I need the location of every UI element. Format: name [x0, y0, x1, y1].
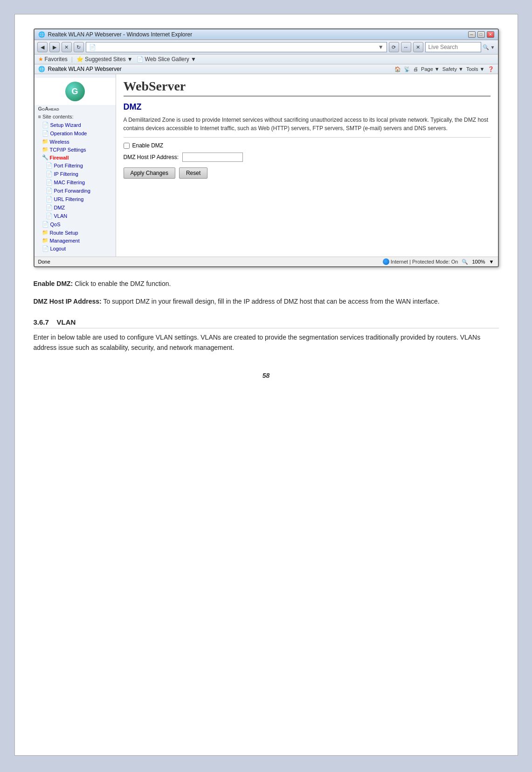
browser-content: G GoAhead ≡ Site contents: 📄 Setup Wizar…	[35, 74, 498, 257]
logo-circle: G	[65, 82, 85, 101]
tools-menu-button[interactable]: Tools ▼	[466, 66, 485, 72]
doc-icon: 📄	[46, 204, 53, 211]
forward-button[interactable]: ▶	[49, 42, 60, 52]
page-menu-button[interactable]: Page ▼	[421, 66, 440, 72]
page-number: 58	[34, 372, 499, 379]
suggested-label[interactable]: Suggested Sites ▼	[85, 56, 133, 63]
browser-controls: ─ □ ✕	[468, 31, 494, 38]
browser-title-text: Realtek WLAN AP Webserver - Windows Inte…	[48, 31, 193, 38]
safety-menu-button[interactable]: Safety ▼	[442, 66, 463, 72]
search-input[interactable]	[425, 42, 481, 52]
favorites-label[interactable]: Favorites	[45, 56, 68, 63]
go-button[interactable]: ▼	[378, 44, 384, 50]
sidebar-item-wireless[interactable]: 📁 Wireless	[35, 138, 116, 146]
doc-enable-dmz: Enable DMZ: Click to enable the DMZ func…	[34, 278, 499, 289]
sidebar-item-tcpip[interactable]: 📁 TCP/IP Settings	[35, 146, 116, 153]
browser-title: 🌐 Realtek WLAN AP Webserver - Windows In…	[38, 31, 193, 38]
internet-status: Internet | Protected Mode: On	[391, 259, 458, 264]
doc-icon: 📄	[46, 196, 53, 202]
browser-titlebar: 🌐 Realtek WLAN AP Webserver - Windows In…	[35, 29, 498, 40]
search-icon: 🔍	[483, 44, 489, 50]
page-favicon: 🌐	[38, 66, 45, 72]
sidebar-item-firewall[interactable]: 🔧 Firewall	[35, 153, 116, 161]
sidebar-item-vlan[interactable]: 📄 VLAN	[35, 212, 116, 220]
help-button[interactable]: ❓	[488, 66, 494, 72]
search-dropdown[interactable]: ▼	[491, 45, 495, 50]
nav-extra-button[interactable]: ↔	[401, 42, 411, 52]
refresh-button[interactable]: ↻	[74, 42, 84, 52]
sidebar-section-label: ≡ Site contents:	[35, 112, 116, 121]
list-icon: ≡	[38, 114, 41, 119]
print-icon[interactable]: 🖨	[413, 66, 418, 72]
sidebar-item-logout[interactable]: 📄 Logout	[35, 244, 116, 253]
enable-dmz-row: Enable DMZ	[124, 142, 491, 149]
folder-icon: 📁	[42, 146, 48, 153]
sidebar-item-port-filtering[interactable]: 📄 Port Filtering	[35, 161, 116, 170]
sidebar-item-dmz[interactable]: 📄 DMZ	[35, 203, 116, 212]
action-row: Apply Changes Reset	[124, 167, 491, 179]
sidebar-item-route-setup[interactable]: 📁 Route Setup	[35, 229, 116, 236]
doc-icon: 📄	[46, 188, 53, 194]
web-slice-icon: 📄	[137, 56, 144, 63]
minimize-button[interactable]: ─	[468, 31, 476, 38]
folder-icon: 📁	[42, 139, 48, 145]
apply-changes-button[interactable]: Apply Changes	[124, 167, 175, 179]
separator: |	[71, 56, 73, 63]
favorites-button[interactable]: ★ Favorites	[38, 56, 68, 63]
dmz-host-ip-label: DMZ Host IP Address:	[124, 154, 179, 160]
sidebar-item-setup-wizard[interactable]: 📄 Setup Wizard	[35, 121, 116, 129]
page-container: 🌐 Realtek WLAN AP Webserver - Windows In…	[14, 14, 518, 756]
favorites-bar: ★ Favorites | ⭐ Suggested Sites ▼ 📄 Web …	[35, 55, 498, 64]
dmz-ip-row: DMZ Host IP Address:	[124, 153, 491, 162]
doc-icon: 📄	[46, 179, 53, 186]
doc-icon: 📄	[42, 122, 49, 128]
web-slice[interactable]: 📄 Web Slice Gallery ▼	[137, 56, 196, 63]
sidebar-item-qos[interactable]: 📄 QoS	[35, 220, 116, 229]
address-input[interactable]: http://192.168.1.1/home.asp	[98, 44, 376, 50]
dmz-host-ip-input[interactable]	[182, 153, 243, 162]
status-left: Done	[38, 259, 50, 264]
vlan-section-heading: 3.6.7 VLAN	[34, 318, 499, 328]
refresh-page-button[interactable]: ⟳	[389, 42, 399, 52]
back-button[interactable]: ◀	[37, 42, 48, 52]
suggested-sites[interactable]: ⭐ Suggested Sites ▼	[76, 56, 133, 63]
doc-icon: 📄	[46, 213, 53, 219]
doc-icon: 📄	[42, 221, 49, 228]
status-right: Internet | Protected Mode: On 🔍 100% ▼	[383, 258, 494, 265]
globe-icon	[383, 258, 389, 265]
maximize-button[interactable]: □	[477, 31, 485, 38]
sidebar-item-port-forwarding[interactable]: 📄 Port Forwarding	[35, 187, 116, 195]
sidebar-item-ip-filtering[interactable]: 📄 IP Filtering	[35, 170, 116, 178]
web-slice-label[interactable]: Web Slice Gallery ▼	[145, 56, 196, 63]
internet-indicator: Internet | Protected Mode: On	[383, 258, 458, 265]
zoom-level: 100%	[472, 259, 485, 264]
zoom-icon: 🔍	[462, 259, 468, 265]
nav-close-button[interactable]: ✕	[413, 42, 423, 52]
address-bar[interactable]: 📄 http://192.168.1.1/home.asp ▼	[86, 42, 387, 52]
suggested-icon: ⭐	[76, 56, 83, 63]
close-button[interactable]: ✕	[487, 31, 494, 38]
browser-favicon: 🌐	[38, 31, 45, 38]
vlan-description: Enter in below table are used to configu…	[34, 332, 499, 353]
doc-icon: 📄	[46, 171, 53, 177]
status-bar: Done Internet | Protected Mode: On 🔍 100…	[35, 257, 498, 266]
active-icon: 🔧	[42, 154, 48, 160]
home-icon[interactable]: 🏠	[394, 66, 401, 72]
folder-icon: 📁	[42, 237, 48, 243]
section-number: 3.6.7	[34, 318, 49, 326]
doc-dmz-host-ip: DMZ Host IP Address: To support DMZ in y…	[34, 296, 499, 306]
nav-bar-left: 🌐 Realtek WLAN AP Webserver	[38, 66, 122, 72]
reset-button[interactable]: Reset	[179, 167, 207, 179]
sidebar-item-url-filtering[interactable]: 📄 URL Filtering	[35, 195, 116, 203]
doc-icon: 📄	[42, 245, 49, 252]
page-nav-bar: 🌐 Realtek WLAN AP Webserver 🏠 📡 🖨 Page ▼…	[35, 64, 498, 74]
enable-dmz-checkbox[interactable]	[124, 143, 130, 149]
sidebar-item-management[interactable]: 📁 Management	[35, 236, 116, 244]
webserver-header: WebServer	[124, 79, 491, 97]
feed-icon[interactable]: 📡	[404, 66, 410, 72]
sidebar-item-operation-mode[interactable]: 📄 Operation Mode	[35, 129, 116, 138]
stop-button[interactable]: ✕	[62, 42, 72, 52]
zoom-dropdown[interactable]: ▼	[489, 259, 494, 264]
sidebar-item-mac-filtering[interactable]: 📄 MAC Filtering	[35, 178, 116, 187]
dmz-host-ip-heading: DMZ Host IP Address:	[34, 298, 102, 305]
